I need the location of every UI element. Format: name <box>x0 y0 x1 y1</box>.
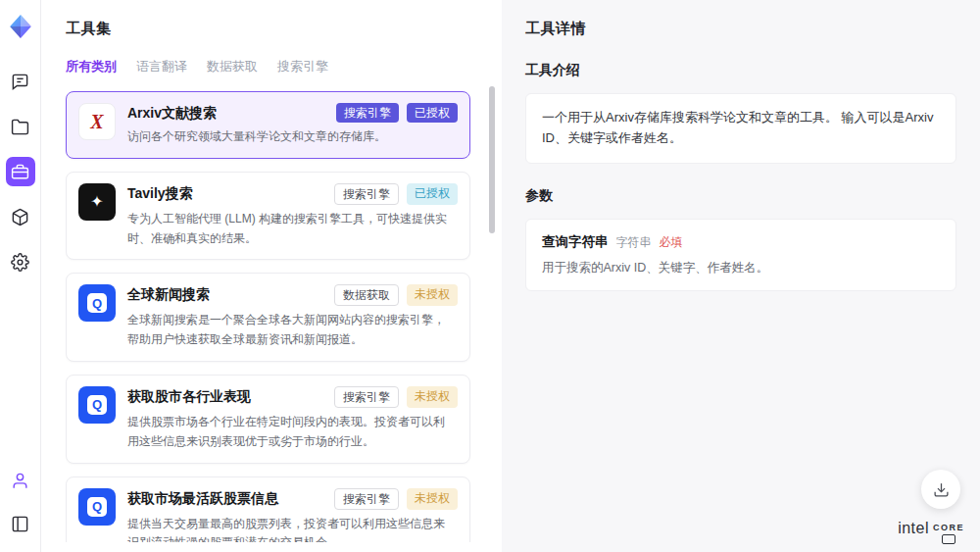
tool-name: 获取市场最活跃股票信息 <box>127 488 334 508</box>
download-button[interactable] <box>921 470 960 509</box>
category-badge: 搜索引擎 <box>336 103 399 123</box>
tool-description: 提供当天交易量最高的股票列表，投资者可以利用这些信息来识别流动性强的股票和潜在的… <box>127 515 458 542</box>
tool-card[interactable]: Q 获取股市各行业表现 搜索引擎 未授权 提供股票市场各个行业在特定时间段内的表… <box>66 375 470 464</box>
download-icon <box>933 481 950 498</box>
tool-description: 提供股票市场各个行业在特定时间段内的表现。投资者可以利用这些信息来识别表现优于或… <box>127 413 458 452</box>
tool-card[interactable]: X Arxiv文献搜索 搜索引擎 已授权 访问各个研究领域大量科学论文和文章的存… <box>66 91 470 159</box>
status-badge: 未授权 <box>407 284 458 306</box>
tools-panel-title: 工具集 <box>66 20 502 38</box>
detail-title: 工具详情 <box>525 20 956 38</box>
left-rail <box>0 0 41 552</box>
tool-name: Tavily搜索 <box>127 183 334 203</box>
intel-logo-text: intel <box>898 520 929 537</box>
collapse-sidebar-icon[interactable] <box>6 509 35 538</box>
tool-name: Arxiv文献搜索 <box>127 103 336 123</box>
tool-description: 访问各个研究领域大量科学论文和文章的存储库。 <box>127 127 458 147</box>
arxiv-logo-icon: X <box>78 103 116 140</box>
stock-logo-icon: Q <box>78 386 116 424</box>
category-badge: 搜索引擎 <box>334 386 399 408</box>
rail-bottom <box>6 466 35 538</box>
status-badge: 已授权 <box>407 183 458 205</box>
tool-card[interactable]: ✦ Tavily搜索 搜索引擎 已授权 专为人工智能代理 (LLM) 构建的搜索… <box>66 172 470 261</box>
app-logo-icon[interactable] <box>8 14 33 39</box>
param-card: 查询字符串 字符串 必填 用于搜索的Arxiv ID、关键字、作者姓名。 <box>525 219 956 291</box>
param-required-flag: 必填 <box>660 234 683 251</box>
tool-detail-panel: 工具详情 工具介绍 一个用于从Arxiv存储库搜索科学论文和文章的工具。 输入可… <box>502 0 980 552</box>
intel-core-logo: intel CORE <box>898 520 964 544</box>
core-logo-text: CORE <box>933 523 964 532</box>
params-section-label: 参数 <box>525 187 956 205</box>
param-name: 查询字符串 <box>542 233 609 251</box>
tab-data-fetch[interactable]: 数据获取 <box>207 58 258 75</box>
param-type: 字符串 <box>616 234 652 251</box>
intro-section-label: 工具介绍 <box>525 62 956 79</box>
param-description: 用于搜索的Arxiv ID、关键字、作者姓名。 <box>542 260 940 276</box>
tool-card-list: X Arxiv文献搜索 搜索引擎 已授权 访问各个研究领域大量科学论文和文章的存… <box>66 91 502 542</box>
tools-panel: 工具集 所有类别 语言翻译 数据获取 搜索引擎 X Arxiv文献搜索 搜索引擎… <box>41 0 502 552</box>
status-badge: 未授权 <box>407 386 458 408</box>
category-badge: 数据获取 <box>334 284 399 306</box>
list-scrollbar[interactable] <box>489 86 495 233</box>
news-logo-icon: Q <box>78 284 116 322</box>
tool-card[interactable]: Q 全球新闻搜索 数据获取 未授权 全球新闻搜索是一个聚合全球各大新闻网站内容的… <box>66 273 470 362</box>
toolbox-icon[interactable] <box>6 157 35 186</box>
folder-icon[interactable] <box>6 112 35 141</box>
tavily-logo-icon: ✦ <box>78 183 116 221</box>
status-badge: 未授权 <box>407 488 458 510</box>
tool-card[interactable]: Q 获取市场最活跃股票信息 搜索引擎 未授权 提供当天交易量最高的股票列表，投资… <box>66 477 470 542</box>
tab-language-translation[interactable]: 语言翻译 <box>136 58 187 75</box>
stock-logo-icon: Q <box>78 488 116 526</box>
app-window: 工具集 所有类别 语言翻译 数据获取 搜索引擎 X Arxiv文献搜索 搜索引擎… <box>0 0 980 552</box>
tool-intro-card: 一个用于从Arxiv存储库搜索科学论文和文章的工具。 输入可以是Arxiv ID… <box>525 93 956 164</box>
tab-search-engine[interactable]: 搜索引擎 <box>277 58 328 75</box>
rail-nav <box>6 67 35 276</box>
package-icon[interactable] <box>6 202 35 231</box>
category-tabs: 所有类别 语言翻译 数据获取 搜索引擎 <box>66 58 502 75</box>
intel-badge-box <box>942 534 956 544</box>
tool-name: 获取股市各行业表现 <box>127 386 334 406</box>
status-badge: 已授权 <box>407 103 458 123</box>
category-badge: 搜索引擎 <box>334 183 399 205</box>
chat-icon[interactable] <box>6 67 35 96</box>
category-badge: 搜索引擎 <box>334 488 399 510</box>
tool-description: 专为人工智能代理 (LLM) 构建的搜索引擎工具，可快速提供实时、准确和真实的结… <box>127 210 458 249</box>
tool-name: 全球新闻搜索 <box>127 284 334 304</box>
tab-all-categories[interactable]: 所有类别 <box>66 58 117 75</box>
tool-description: 全球新闻搜索是一个聚合全球各大新闻网站内容的搜索引擎，帮助用户快速获取全球最新资… <box>127 311 458 350</box>
user-profile-icon[interactable] <box>6 466 35 495</box>
settings-gear-icon[interactable] <box>6 247 35 276</box>
